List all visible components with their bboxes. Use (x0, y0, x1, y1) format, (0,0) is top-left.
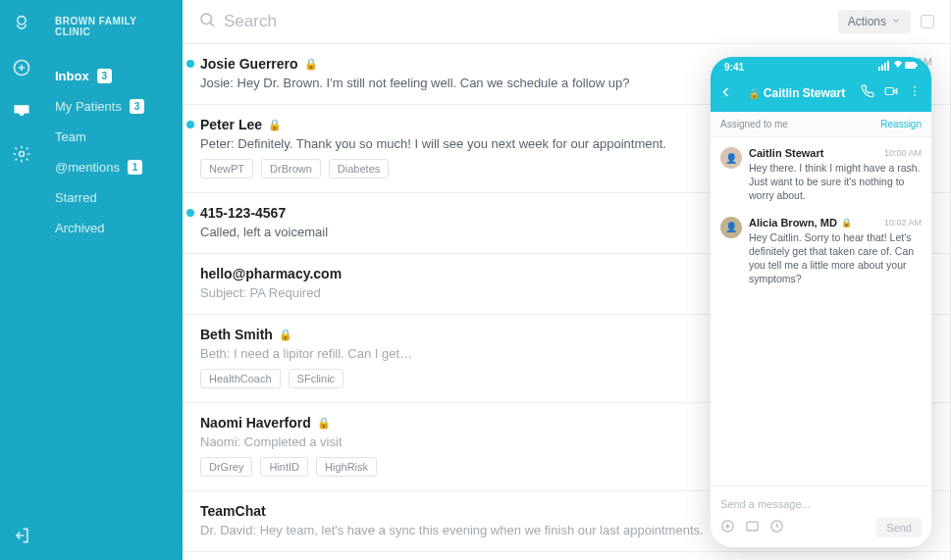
template-icon[interactable] (745, 519, 760, 537)
mobile-preview: 9:41 🔒 Caitlin Stewart Assigned to me Re… (711, 57, 931, 547)
sidebar-item-label: Team (55, 129, 86, 144)
reassign-button[interactable]: Reassign (880, 119, 922, 129)
send-button[interactable]: Send (876, 518, 922, 537)
attach-icon[interactable] (720, 519, 735, 537)
sidebar: BROWN FAMILY CLINIC Inbox 3 My Patients … (43, 0, 183, 560)
svg-rect-7 (905, 62, 916, 69)
assigned-label: Assigned to me (720, 119, 788, 129)
more-icon[interactable] (908, 84, 922, 102)
svg-point-2 (201, 14, 212, 25)
lock-icon: 🔒 (317, 417, 331, 430)
topbar: Actions (183, 0, 950, 44)
compose-icon[interactable] (11, 57, 32, 78)
message-time: 10:02 AM (884, 218, 922, 228)
chat-contact-name: 🔒 Caitlin Stewart (738, 86, 855, 100)
avatar: 👤 (720, 217, 742, 238)
lock-icon: 🔒 (304, 58, 318, 71)
svg-rect-4 (881, 65, 883, 71)
lock-icon: 🔒 (268, 119, 282, 131)
svg-rect-14 (747, 522, 758, 531)
sidebar-item-starred[interactable]: Starred (43, 182, 183, 213)
tag[interactable]: NewPT (200, 159, 253, 178)
chat-body: 👤Caitlin Stewart10:00 AMHey there. I thi… (711, 137, 931, 485)
svg-rect-5 (884, 63, 886, 71)
badge: 3 (97, 69, 112, 83)
compose-input[interactable] (720, 494, 922, 518)
svg-rect-9 (885, 88, 893, 95)
logout-icon[interactable] (11, 525, 32, 546)
chat-header: 🔒 Caitlin Stewart (711, 76, 931, 112)
actions-button[interactable]: Actions (838, 10, 911, 33)
message-time: 10:00 AM (884, 148, 922, 158)
lock-icon: 🔒 (841, 218, 852, 228)
svg-point-12 (914, 94, 916, 96)
select-all-checkbox[interactable] (921, 15, 934, 28)
sidebar-item-team[interactable]: Team (43, 122, 183, 152)
tag[interactable]: HealthCoach (200, 369, 281, 388)
unread-dot (186, 121, 194, 128)
message-text: Hey Caitlin. Sorry to hear that! Let's d… (749, 230, 922, 286)
svg-point-10 (914, 86, 916, 88)
assign-bar: Assigned to me Reassign (711, 112, 931, 137)
compose-area: Send (711, 485, 931, 547)
search-wrap (198, 11, 828, 32)
lock-icon: 🔒 (748, 88, 760, 99)
badge: 3 (130, 99, 144, 114)
avatar: 👤 (720, 147, 742, 169)
phone-status-icons (878, 61, 918, 73)
logo-icon (11, 14, 32, 35)
message-sender: Alicia Brown, MD (749, 217, 837, 229)
chevron-down-icon (891, 15, 901, 28)
icon-rail (0, 0, 43, 560)
sidebar-item-label: My Patients (55, 99, 122, 114)
tag[interactable]: DrGrey (200, 457, 252, 477)
chat-message: 👤Alicia Brown, MD🔒10:02 AMHey Caitlin. S… (720, 217, 922, 286)
settings-icon[interactable] (11, 143, 32, 165)
video-call-icon[interactable] (884, 84, 898, 102)
sidebar-item-label: Starred (55, 190, 97, 205)
unread-dot (186, 209, 194, 217)
sidebar-item-label: Archived (55, 221, 105, 235)
tag[interactable]: Diabetes (329, 159, 389, 178)
svg-point-1 (20, 152, 25, 157)
sidebar-item-mentions[interactable]: @mentions 1 (43, 152, 183, 182)
tag[interactable]: DrBrown (261, 159, 321, 178)
svg-rect-8 (916, 64, 918, 67)
svg-rect-3 (878, 67, 880, 71)
tag[interactable]: SFclinic (289, 369, 344, 388)
sidebar-item-inbox[interactable]: Inbox 3 (43, 61, 183, 91)
phone-time: 9:41 (724, 62, 744, 73)
back-icon[interactable] (720, 84, 732, 102)
badge: 1 (128, 160, 142, 175)
tag[interactable]: HighRisk (316, 457, 377, 477)
schedule-icon[interactable] (769, 519, 784, 537)
lock-icon: 🔒 (279, 329, 292, 341)
tag[interactable]: HintID (260, 457, 308, 477)
sidebar-item-archived[interactable]: Archived (43, 213, 183, 243)
sidebar-item-label: Inbox (55, 69, 89, 83)
chat-message: 👤Caitlin Stewart10:00 AMHey there. I thi… (720, 147, 922, 203)
inbox-icon[interactable] (11, 100, 32, 122)
sidebar-item-my-patients[interactable]: My Patients 3 (43, 91, 183, 122)
unread-dot (186, 60, 194, 68)
message-sender: Caitlin Stewart (749, 147, 823, 159)
svg-point-11 (914, 90, 916, 92)
search-input[interactable] (224, 12, 828, 31)
search-icon (198, 11, 216, 32)
sidebar-item-label: @mentions (55, 160, 120, 175)
clinic-name: BROWN FAMILY CLINIC (43, 16, 183, 61)
actions-label: Actions (848, 15, 886, 28)
phone-call-icon[interactable] (861, 84, 874, 102)
message-text: Hey there. I think I might have a rash. … (749, 161, 922, 203)
phone-statusbar: 9:41 (711, 57, 931, 76)
svg-rect-6 (887, 61, 889, 71)
